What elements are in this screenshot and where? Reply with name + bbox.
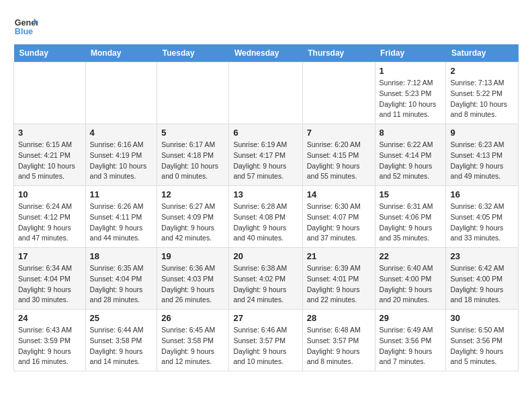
day-number: 27 [233,313,298,323]
day-info: Sunrise: 6:31 AMSunset: 4:06 PMDaylight:… [380,201,442,244]
weekday-header-thursday: Thursday [302,44,375,62]
calendar-cell: 20Sunrise: 6:38 AMSunset: 4:02 PMDayligh… [229,248,302,310]
day-number: 30 [450,313,514,323]
day-number: 8 [380,128,442,138]
day-number: 3 [18,128,81,138]
day-number: 26 [161,313,224,323]
day-number: 14 [307,189,371,199]
logo-icon: General Blue [13,13,38,38]
calendar-cell [157,62,229,124]
calendar-cell: 15Sunrise: 6:31 AMSunset: 4:06 PMDayligh… [375,186,446,248]
day-number: 2 [450,66,514,76]
day-info: Sunrise: 6:43 AMSunset: 3:59 PMDaylight:… [18,325,81,367]
day-number: 7 [307,128,371,138]
weekday-header-tuesday: Tuesday [157,44,229,62]
day-number: 15 [380,189,442,199]
calendar-cell: 10Sunrise: 6:24 AMSunset: 4:12 PMDayligh… [14,186,86,248]
day-number: 6 [233,128,298,138]
calendar-cell: 24Sunrise: 6:43 AMSunset: 3:59 PMDayligh… [14,310,86,371]
calendar-cell: 1Sunrise: 7:12 AMSunset: 5:23 PMDaylight… [375,62,446,124]
day-info: Sunrise: 6:22 AMSunset: 4:14 PMDaylight:… [380,140,442,182]
day-number: 16 [450,189,514,199]
calendar-cell: 2Sunrise: 7:13 AMSunset: 5:22 PMDaylight… [446,62,519,124]
day-number: 19 [161,251,224,261]
weekday-header-wednesday: Wednesday [229,44,302,62]
calendar-cell: 22Sunrise: 6:40 AMSunset: 4:00 PMDayligh… [375,248,446,310]
day-info: Sunrise: 6:50 AMSunset: 3:56 PMDaylight:… [450,325,514,367]
day-number: 1 [380,66,442,76]
day-number: 20 [233,251,298,261]
day-number: 4 [90,128,153,138]
day-number: 29 [380,313,442,323]
calendar-cell: 9Sunrise: 6:23 AMSunset: 4:13 PMDaylight… [446,124,519,186]
calendar-cell: 17Sunrise: 6:34 AMSunset: 4:04 PMDayligh… [14,248,86,310]
weekday-header-saturday: Saturday [446,44,519,62]
day-info: Sunrise: 6:46 AMSunset: 3:57 PMDaylight:… [233,325,298,367]
calendar-cell: 23Sunrise: 6:42 AMSunset: 4:00 PMDayligh… [446,248,519,310]
day-info: Sunrise: 6:40 AMSunset: 4:00 PMDaylight:… [380,263,442,306]
calendar-week-4: 17Sunrise: 6:34 AMSunset: 4:04 PMDayligh… [14,248,519,310]
day-number: 28 [307,313,371,323]
calendar-week-1: 1Sunrise: 7:12 AMSunset: 5:23 PMDaylight… [14,62,519,124]
weekday-header-monday: Monday [85,44,157,62]
calendar-cell: 5Sunrise: 6:17 AMSunset: 4:18 PMDaylight… [157,124,229,186]
calendar-week-2: 3Sunrise: 6:15 AMSunset: 4:21 PMDaylight… [14,124,519,186]
svg-text:Blue: Blue [15,27,33,36]
day-number: 21 [307,251,371,261]
day-number: 24 [18,313,81,323]
weekday-header-row: SundayMondayTuesdayWednesdayThursdayFrid… [14,44,519,62]
day-number: 17 [18,251,81,261]
calendar-cell: 30Sunrise: 6:50 AMSunset: 3:56 PMDayligh… [446,310,519,371]
calendar-cell: 27Sunrise: 6:46 AMSunset: 3:57 PMDayligh… [229,310,302,371]
day-info: Sunrise: 6:34 AMSunset: 4:04 PMDaylight:… [18,263,81,306]
day-info: Sunrise: 6:27 AMSunset: 4:09 PMDaylight:… [161,201,224,244]
day-info: Sunrise: 6:16 AMSunset: 4:19 PMDaylight:… [90,140,153,182]
calendar-cell: 8Sunrise: 6:22 AMSunset: 4:14 PMDaylight… [375,124,446,186]
calendar-cell: 6Sunrise: 6:19 AMSunset: 4:17 PMDaylight… [229,124,302,186]
day-info: Sunrise: 7:12 AMSunset: 5:23 PMDaylight:… [380,78,442,120]
day-info: Sunrise: 6:32 AMSunset: 4:05 PMDaylight:… [450,201,514,244]
day-info: Sunrise: 6:44 AMSunset: 3:58 PMDaylight:… [90,325,153,367]
calendar-cell: 13Sunrise: 6:28 AMSunset: 4:08 PMDayligh… [229,186,302,248]
day-info: Sunrise: 6:38 AMSunset: 4:02 PMDaylight:… [233,263,298,306]
day-number: 9 [450,128,514,138]
calendar-table: SundayMondayTuesdayWednesdayThursdayFrid… [13,44,519,371]
calendar-cell [14,62,86,124]
day-info: Sunrise: 6:49 AMSunset: 3:56 PMDaylight:… [380,325,442,367]
calendar-cell: 11Sunrise: 6:26 AMSunset: 4:11 PMDayligh… [85,186,157,248]
day-info: Sunrise: 6:28 AMSunset: 4:08 PMDaylight:… [233,201,298,244]
day-number: 13 [233,189,298,199]
calendar-week-5: 24Sunrise: 6:43 AMSunset: 3:59 PMDayligh… [14,310,519,371]
day-info: Sunrise: 6:39 AMSunset: 4:01 PMDaylight:… [307,263,371,306]
day-info: Sunrise: 6:17 AMSunset: 4:18 PMDaylight:… [161,140,224,182]
calendar-cell [85,62,157,124]
day-number: 25 [90,313,153,323]
day-number: 22 [380,251,442,261]
calendar-cell: 26Sunrise: 6:45 AMSunset: 3:58 PMDayligh… [157,310,229,371]
day-number: 10 [18,189,81,199]
calendar-cell: 3Sunrise: 6:15 AMSunset: 4:21 PMDaylight… [14,124,86,186]
calendar-cell: 16Sunrise: 6:32 AMSunset: 4:05 PMDayligh… [446,186,519,248]
page-header: General Blue [13,13,519,38]
calendar-cell: 7Sunrise: 6:20 AMSunset: 4:15 PMDaylight… [302,124,375,186]
calendar-cell: 28Sunrise: 6:48 AMSunset: 3:57 PMDayligh… [302,310,375,371]
day-info: Sunrise: 6:30 AMSunset: 4:07 PMDaylight:… [307,201,371,244]
day-info: Sunrise: 6:45 AMSunset: 3:58 PMDaylight:… [161,325,224,367]
day-info: Sunrise: 6:15 AMSunset: 4:21 PMDaylight:… [18,140,81,182]
day-info: Sunrise: 6:36 AMSunset: 4:03 PMDaylight:… [161,263,224,306]
calendar-cell: 4Sunrise: 6:16 AMSunset: 4:19 PMDaylight… [85,124,157,186]
day-number: 23 [450,251,514,261]
day-info: Sunrise: 6:20 AMSunset: 4:15 PMDaylight:… [307,140,371,182]
weekday-header-sunday: Sunday [14,44,86,62]
day-info: Sunrise: 6:26 AMSunset: 4:11 PMDaylight:… [90,201,153,244]
day-info: Sunrise: 6:19 AMSunset: 4:17 PMDaylight:… [233,140,298,182]
logo: General Blue [13,13,39,38]
day-number: 11 [90,189,153,199]
calendar-cell [229,62,302,124]
day-info: Sunrise: 6:48 AMSunset: 3:57 PMDaylight:… [307,325,371,367]
day-info: Sunrise: 6:24 AMSunset: 4:12 PMDaylight:… [18,201,81,244]
day-number: 5 [161,128,224,138]
day-number: 12 [161,189,224,199]
calendar-cell: 14Sunrise: 6:30 AMSunset: 4:07 PMDayligh… [302,186,375,248]
calendar-cell: 19Sunrise: 6:36 AMSunset: 4:03 PMDayligh… [157,248,229,310]
